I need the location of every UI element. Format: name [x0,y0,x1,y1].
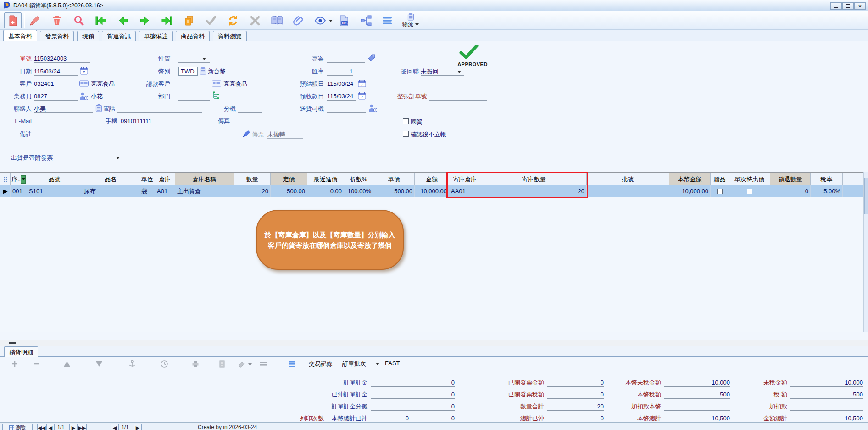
search-button[interactable] [70,12,88,28]
new-record-button[interactable] [4,12,22,28]
tab-data-browse[interactable]: 資料瀏覽 [213,31,247,41]
person-icon[interactable] [79,92,89,102]
cell-unit[interactable]: 袋 [139,185,155,197]
cell-item-name[interactable]: 尿布 [82,185,139,197]
document-button[interactable] [215,358,229,369]
order-batch-dropdown-caret[interactable] [376,363,379,365]
col-header-unit-price[interactable]: 單價 [373,173,415,185]
cell-special-price[interactable] [729,185,770,197]
edit-button[interactable] [26,12,44,28]
grid-vertical-scrollbar[interactable] [863,172,868,332]
tab-invoice-info[interactable]: 發票資料 [40,31,74,41]
grid-data-row[interactable]: ▶ 001 S101 尿布 袋 A01 主出貨倉 20 500.00 0.00 … [0,185,863,197]
delete-button[interactable] [48,12,66,28]
cell-gift[interactable] [711,185,729,197]
cell-amount[interactable]: 10,000.00 [415,185,449,197]
sign-back-dropdown-caret[interactable] [457,71,461,73]
col-header-last-purchase-price[interactable]: 最近進價 [307,173,344,185]
anchor-button[interactable] [125,358,139,369]
sort-button[interactable] [21,175,26,184]
extension-field[interactable] [238,105,262,113]
cell-batch-no[interactable] [587,185,669,197]
project-field[interactable] [327,55,365,63]
id-card-icon[interactable] [79,80,89,89]
last-record-button[interactable] [158,12,176,28]
remove-row-button[interactable] [30,358,44,369]
cell-discount-pct[interactable]: 100.00% [344,185,373,197]
calendar-icon[interactable]: 7 [358,79,366,89]
row-indicator[interactable]: ▶ [0,185,11,197]
voucher-pen-icon[interactable] [243,130,251,139]
col-header-item-name[interactable]: 品名 [82,173,139,185]
salesman-field[interactable]: 0827 [34,92,78,101]
col-header-return-qty[interactable]: 銷退數量 [770,173,811,185]
intl-trade-checkbox[interactable] [403,118,409,124]
id-card-icon[interactable] [212,80,221,89]
col-header-special-price[interactable]: 單次特惠價 [729,173,770,185]
view-button[interactable] [312,12,329,28]
fast-button[interactable]: FAST [385,360,400,367]
est-receipt-date-field[interactable]: 115/03/24 [327,92,356,101]
first-record-button[interactable] [92,12,110,28]
add-row-button[interactable] [8,358,22,369]
customer-field[interactable]: 032401 [34,80,78,88]
move-up-button[interactable] [60,358,74,369]
splitter[interactable] [0,340,868,346]
date-field[interactable]: 115/03/24 [34,67,78,76]
contact-field[interactable]: 小美 [34,105,93,113]
transaction-log-button[interactable]: 交易記錄 [309,360,333,368]
billing-customer-field[interactable] [178,80,210,88]
order-batch-button[interactable]: 訂單批次 [342,360,366,368]
cancel-button[interactable] [246,12,264,28]
confirm-button[interactable] [202,12,220,28]
col-header-batch-no[interactable]: 批號 [587,173,669,185]
nature-dropdown-caret[interactable] [202,58,206,60]
print-button[interactable] [189,358,202,369]
menu-button[interactable] [378,12,396,28]
memo-field[interactable] [34,130,239,138]
currency-field[interactable]: TWD [178,67,198,76]
col-header-base-amount[interactable]: 本幣金額 [669,173,711,185]
email-field[interactable] [34,117,99,125]
flow-button[interactable] [357,12,375,28]
cell-tax-rate[interactable]: 5.00% [811,185,843,197]
col-header-warehouse[interactable]: 倉庫 [155,173,175,185]
logistics-button[interactable]: 物流 [398,12,423,29]
gift-checkbox[interactable] [717,189,723,194]
detail-next-button[interactable]: ▶ [134,424,142,430]
next-page-button[interactable]: ▶ [69,424,78,430]
fax-field[interactable] [232,117,262,125]
view-dropdown-caret[interactable] [329,20,333,22]
dept-tree-icon[interactable] [212,91,220,101]
person-icon[interactable] [368,104,378,114]
confirm-no-posting-checkbox[interactable] [403,131,409,137]
cell-return-qty[interactable]: 0 [770,185,811,197]
col-header-seq[interactable]: 序.. [11,173,27,185]
eraser-button[interactable] [234,358,248,369]
cell-warehouse[interactable]: A01 [155,185,175,197]
prev-record-button[interactable] [114,12,132,28]
exchange-rate-field[interactable]: 1 [327,67,353,76]
scrollbar-thumb[interactable] [864,178,868,214]
col-header-list-price[interactable]: 定價 [271,173,307,185]
est-closing-date-field[interactable]: 115/03/24 [327,80,356,88]
refresh-button[interactable] [224,12,242,28]
tab-shipping-info[interactable]: 貨運資訊 [102,31,136,41]
next-record-button[interactable] [136,12,154,28]
export-xls-button[interactable]: XLS [335,12,353,28]
cell-qty[interactable]: 20 [234,185,271,197]
cell-base-amount[interactable]: 10,000.00 [669,185,711,197]
tab-basic-info[interactable]: 基本資料 [3,30,37,41]
col-header-tax-rate[interactable]: 稅率 [811,173,843,185]
col-header-qty[interactable]: 數量 [234,173,271,185]
cell-list-price[interactable]: 500.00 [271,185,307,197]
invoice-attached-dropdown-caret[interactable] [116,157,120,159]
mobile-field[interactable]: 0910111111 [121,117,159,125]
move-down-button[interactable] [92,358,106,369]
col-header-gift[interactable]: 贈品 [711,173,729,185]
full-order-no-field[interactable] [429,92,487,101]
cell-unit-price[interactable]: 500.00 [373,185,415,197]
browse-mode-button[interactable]: 瀏覽 [2,424,33,430]
col-header-amount[interactable]: 金額 [415,173,449,185]
cell-warehouse-name[interactable]: 主出貨倉 [175,185,234,197]
